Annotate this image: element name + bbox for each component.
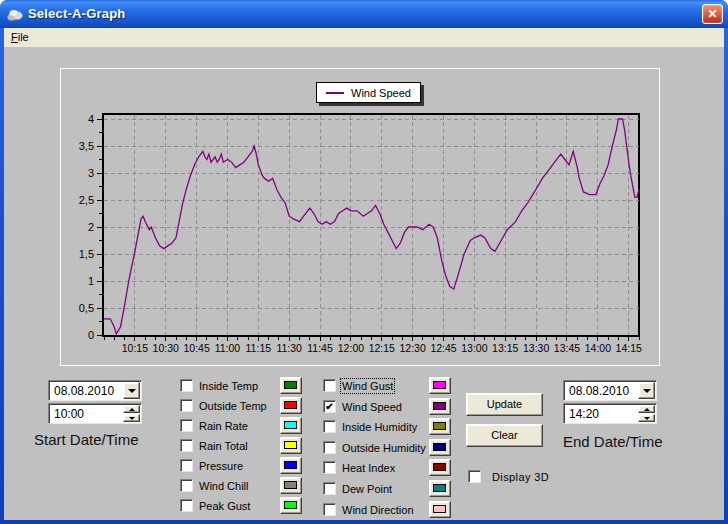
color-button-wind-chill[interactable]	[280, 477, 302, 494]
menu-bar: File	[4, 28, 724, 47]
color-button-inside-temp[interactable]	[280, 377, 302, 394]
color-swatch	[284, 401, 297, 409]
checkbox-wind-speed[interactable]: ✔	[323, 400, 336, 413]
end-date-combo[interactable]: 08.08.2010	[563, 380, 657, 401]
close-button[interactable]: ✕	[702, 4, 723, 24]
color-button-wind-gust[interactable]	[429, 377, 451, 394]
spin-up-button[interactable]	[123, 405, 140, 413]
color-button-outside-humidity[interactable]	[429, 439, 451, 456]
x-tick-label: 13:30	[523, 342, 549, 354]
start-datetime-label: Start Date/Time	[34, 431, 138, 448]
checkbox-pressure[interactable]	[180, 459, 193, 472]
color-swatch	[284, 441, 297, 449]
color-button-peak-gust[interactable]	[280, 497, 302, 514]
color-button-wind-speed[interactable]	[429, 398, 451, 415]
param-row-wind-direction: Wind Direction	[323, 503, 451, 516]
param-row-outside-temp: Outside Temp	[180, 399, 302, 412]
checkbox-wind-gust[interactable]	[323, 379, 336, 392]
color-swatch	[433, 402, 446, 410]
legend-line-sample	[326, 92, 344, 94]
clear-button[interactable]: Clear	[466, 424, 543, 447]
app-cloud-icon	[7, 6, 23, 22]
display-3d-label: Display 3D	[492, 471, 549, 483]
close-icon: ✕	[707, 7, 717, 21]
end-date-dropdown-button[interactable]	[638, 382, 655, 399]
color-swatch	[433, 381, 446, 389]
label-heat-index: Heat Index	[342, 462, 395, 474]
app-window: Select-A-Graph ✕ File 43,532,521,510,501…	[0, 0, 728, 524]
spin-up-button[interactable]	[638, 405, 655, 413]
label-rain-total: Rain Total	[199, 440, 248, 452]
color-swatch	[284, 421, 297, 429]
color-button-dew-point[interactable]	[429, 480, 451, 497]
end-datetime-label: End Date/Time	[563, 433, 663, 450]
checkbox-rain-rate[interactable]	[180, 419, 193, 432]
color-swatch	[433, 484, 446, 492]
checkbox-dew-point[interactable]	[323, 482, 336, 495]
parameter-column-2: Wind Gust✔Wind SpeedInside HumidityOutsi…	[323, 379, 451, 523]
param-row-wind-gust: Wind Gust	[323, 379, 451, 392]
x-tick-label: 12:15	[369, 342, 395, 354]
param-row-wind-chill: Wind Chill	[180, 479, 302, 492]
x-tick-label: 14:15	[616, 342, 642, 354]
x-tick-label: 11:15	[246, 342, 272, 354]
checkbox-peak-gust[interactable]	[180, 499, 193, 512]
arrow-up-icon	[129, 408, 135, 411]
color-swatch	[433, 505, 446, 513]
window-title: Select-A-Graph	[28, 6, 125, 21]
checkbox-outside-humidity[interactable]	[323, 441, 336, 454]
end-time-spinner[interactable]: 14:20	[563, 403, 657, 424]
label-wind-direction: Wind Direction	[342, 504, 414, 516]
color-button-outside-temp[interactable]	[280, 397, 302, 414]
x-tick-label: 12:45	[430, 342, 456, 354]
start-date-dropdown-button[interactable]	[123, 382, 140, 399]
start-time-value: 10:00	[54, 407, 84, 421]
label-wind-chill: Wind Chill	[199, 480, 249, 492]
checkbox-inside-temp[interactable]	[180, 379, 193, 392]
color-button-inside-humidity[interactable]	[429, 418, 451, 435]
x-tick-label: 12:30	[400, 342, 426, 354]
checkbox-heat-index[interactable]	[323, 461, 336, 474]
checkbox-inside-humidity[interactable]	[323, 420, 336, 433]
start-date-combo[interactable]: 08.08.2010	[48, 380, 142, 401]
update-button[interactable]: Update	[466, 393, 543, 416]
end-time-value: 14:20	[569, 407, 599, 421]
param-row-dew-point: Dew Point	[323, 482, 451, 495]
checkbox-rain-total[interactable]	[180, 439, 193, 452]
menu-file[interactable]: File	[4, 28, 36, 45]
color-button-heat-index[interactable]	[429, 459, 451, 476]
x-tick-label: 10:15	[122, 342, 148, 354]
x-tick-label: 11:30	[276, 342, 302, 354]
label-dew-point: Dew Point	[342, 483, 392, 495]
chart-legend: Wind Speed	[316, 82, 421, 103]
arrow-up-icon	[644, 408, 650, 411]
wind-speed-chart: 43,532,521,510,5010:1510:3010:4511:0011:…	[61, 69, 659, 365]
color-swatch	[284, 381, 297, 389]
color-swatch	[284, 501, 297, 509]
color-button-pressure[interactable]	[280, 457, 302, 474]
y-tick-label: 1	[88, 275, 94, 287]
color-swatch	[433, 443, 446, 451]
x-tick-label: 13:45	[554, 342, 580, 354]
checkbox-outside-temp[interactable]	[180, 399, 193, 412]
display-3d-checkbox[interactable]	[468, 470, 481, 483]
checkbox-wind-chill[interactable]	[180, 479, 193, 492]
y-tick-label: 4	[88, 113, 94, 125]
color-button-wind-direction[interactable]	[429, 501, 451, 518]
parameter-column-1: Inside TempOutside TempRain RateRain Tot…	[180, 379, 302, 519]
title-bar[interactable]: Select-A-Graph ✕	[0, 0, 728, 28]
y-tick-label: 0	[88, 329, 94, 341]
color-button-rain-total[interactable]	[280, 437, 302, 454]
label-wind-gust: Wind Gust	[342, 380, 393, 392]
param-row-wind-speed: ✔Wind Speed	[323, 400, 451, 413]
spin-down-button[interactable]	[123, 414, 140, 422]
x-tick-label: 10:45	[183, 342, 209, 354]
legend-series-label: Wind Speed	[351, 87, 411, 99]
checkbox-wind-direction[interactable]	[323, 503, 336, 516]
spin-down-button[interactable]	[638, 414, 655, 422]
color-swatch	[284, 481, 297, 489]
start-time-spinner[interactable]: 10:00	[48, 403, 142, 424]
color-button-rain-rate[interactable]	[280, 417, 302, 434]
end-time-spin-buttons	[638, 405, 655, 422]
y-tick-label: 3	[88, 167, 94, 179]
